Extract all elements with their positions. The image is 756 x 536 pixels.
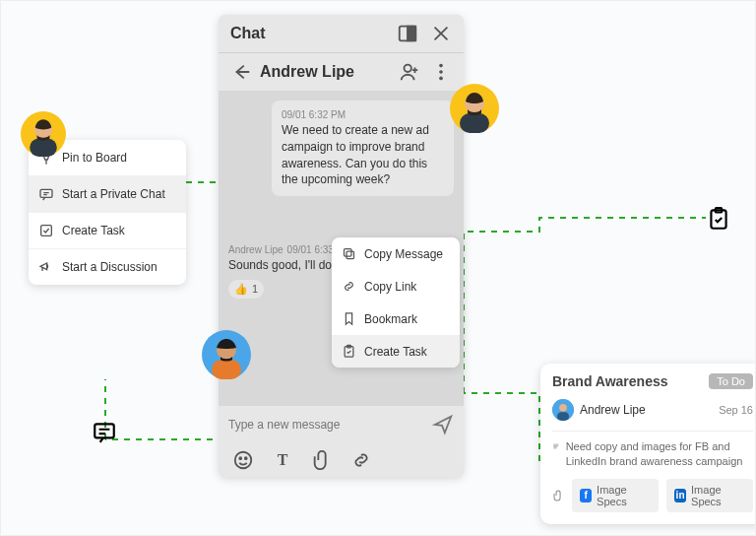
task-title: Brand Awareness <box>552 373 668 389</box>
assignee-name: Andrew Lipe <box>580 403 646 417</box>
svg-point-13 <box>239 457 241 459</box>
svg-point-12 <box>235 452 252 469</box>
reaction[interactable]: 👍 1 <box>228 280 264 299</box>
menu-item-label: Bookmark <box>364 312 417 326</box>
attachment-chip-in[interactable]: in Image Specs <box>666 479 753 512</box>
svg-point-2 <box>405 65 411 72</box>
svg-rect-15 <box>346 251 354 259</box>
compose-toolbar: T <box>219 443 464 477</box>
bookmark-item[interactable]: Bookmark <box>332 302 460 335</box>
svg-point-4 <box>439 70 443 74</box>
task-description: Need copy and images for FB and LinkedIn… <box>566 439 753 469</box>
panel-toggle-icon[interactable] <box>397 23 418 44</box>
copy-message-item[interactable]: Copy Message <box>332 237 460 270</box>
kebab-icon[interactable] <box>430 61 452 83</box>
svg-rect-16 <box>345 249 352 257</box>
task-description-row: Need copy and images for FB and LinkedIn… <box>552 439 753 469</box>
compose-row: Type a new message <box>219 406 464 443</box>
message-context-menu: Copy Message Copy Link Bookmark Create T… <box>332 237 460 368</box>
menu-item-label: Create Task <box>62 224 125 237</box>
send-icon[interactable] <box>432 414 454 436</box>
back-icon[interactable] <box>230 61 252 83</box>
thumbs-up-icon: 👍 <box>234 282 248 297</box>
add-user-icon[interactable] <box>399 61 420 83</box>
attachment-chip-fb[interactable]: f Image Specs <box>572 479 659 512</box>
svg-rect-29 <box>460 113 489 133</box>
chat-subheader: Andrew Lipe <box>219 52 464 91</box>
svg-point-14 <box>245 457 247 459</box>
message-author: Andrew Lipe <box>228 243 284 257</box>
text-format-icon[interactable]: T <box>272 449 293 471</box>
chat-bubble-icon <box>92 420 117 445</box>
message-outgoing[interactable]: 09/01 6:32 PM We need to create a new ad… <box>272 100 454 196</box>
timestamp: 09/01 6:32 PM <box>282 108 444 122</box>
task-card[interactable]: Brand Awareness To Do Andrew Lipe Sep 16… <box>540 364 756 524</box>
linkedin-icon: in <box>674 489 686 502</box>
menu-item-label: Copy Message <box>364 247 443 261</box>
facebook-icon: f <box>580 489 592 502</box>
due-date: Sep 16 <box>719 404 753 416</box>
svg-point-3 <box>439 64 443 68</box>
start-private-chat-item[interactable]: Start a Private Chat <box>29 175 186 212</box>
chat-header: Chat <box>219 15 464 52</box>
create-task-item[interactable]: Create Task <box>29 212 186 248</box>
svg-rect-35 <box>94 424 114 437</box>
chip-label: Image Specs <box>597 484 651 507</box>
menu-item-label: Create Task <box>364 345 427 359</box>
paperclip-icon[interactable] <box>311 449 333 471</box>
status-badge: To Do <box>709 373 753 389</box>
chip-label: Image Specs <box>691 484 745 507</box>
message-text: We need to create a new ad campaign to i… <box>282 122 444 188</box>
svg-rect-1 <box>408 27 415 41</box>
reaction-count: 1 <box>252 282 258 297</box>
avatar <box>552 399 574 421</box>
avatar[interactable] <box>450 84 499 133</box>
link-icon[interactable] <box>350 449 372 471</box>
avatar[interactable] <box>202 330 251 379</box>
profile-menu: Pin to Board Start a Private Chat Create… <box>29 140 186 285</box>
svg-rect-26 <box>30 139 57 157</box>
menu-item-label: Copy Link <box>364 280 416 294</box>
task-clipboard-icon <box>706 206 731 232</box>
create-task-item[interactable]: Create Task <box>332 335 460 368</box>
smiley-icon[interactable] <box>232 449 254 471</box>
menu-item-label: Start a Private Chat <box>62 187 165 201</box>
start-discussion-item[interactable]: Start a Discussion <box>29 248 186 285</box>
svg-point-22 <box>559 404 567 412</box>
copy-link-item[interactable]: Copy Link <box>332 270 460 302</box>
avatar[interactable] <box>21 111 66 157</box>
menu-item-label: Pin to Board <box>62 151 127 165</box>
svg-rect-20 <box>41 226 52 236</box>
svg-rect-32 <box>212 360 241 379</box>
contact-name: Andrew Lipe <box>260 63 354 81</box>
message-input[interactable]: Type a new message <box>228 418 340 432</box>
close-icon[interactable] <box>430 23 452 44</box>
chat-title: Chat <box>230 25 266 42</box>
menu-item-label: Start a Discussion <box>62 260 158 274</box>
text-icon <box>552 439 560 453</box>
svg-point-5 <box>439 77 443 81</box>
svg-rect-23 <box>557 412 569 421</box>
paperclip-icon <box>552 489 564 502</box>
